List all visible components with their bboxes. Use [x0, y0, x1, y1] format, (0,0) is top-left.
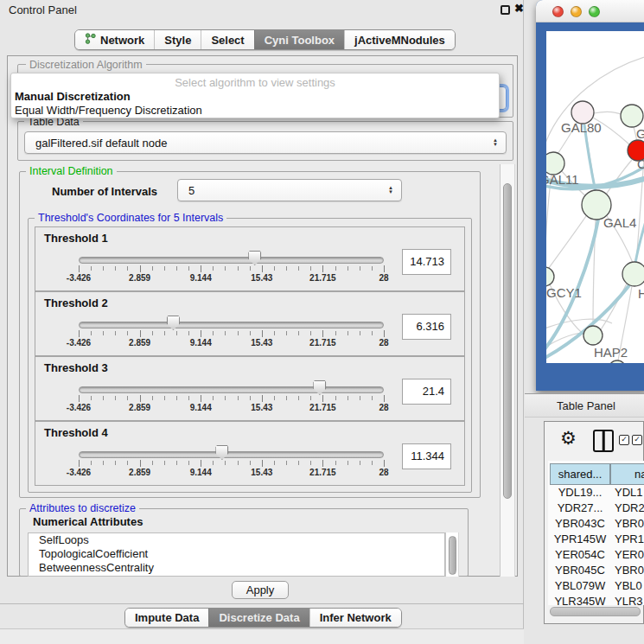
- axis-tick-label: 21.715: [309, 403, 336, 412]
- table-data-combobox[interactable]: galFiltered.sif default node ▲▼: [24, 131, 507, 154]
- attribute-item-betweennesscentrality[interactable]: BetweennessCentrality: [29, 561, 444, 575]
- threshold-value-box[interactable]: 21.4: [402, 379, 451, 405]
- axis-tick: [262, 330, 263, 337]
- table-cell: YDL19...: [550, 485, 610, 501]
- gear-icon[interactable]: ⚙: [560, 428, 577, 449]
- table-panel-titlebar: Table Panel: [525, 393, 644, 418]
- table-cell: YBR045C: [550, 563, 610, 578]
- tab-network[interactable]: Network: [75, 30, 154, 49]
- tab-cyni-toolbox[interactable]: Cyni Toolbox: [254, 30, 344, 49]
- tab-style[interactable]: Style: [154, 30, 201, 49]
- network-node-h[interactable]: [622, 262, 644, 286]
- panel-scrollbar-thumb[interactable]: [503, 183, 512, 499]
- axis-tick: [140, 330, 141, 337]
- network-window-titlebar[interactable]: [536, 0, 644, 22]
- axis-tick: [384, 330, 385, 337]
- network-edge[interactable]: [600, 284, 627, 331]
- panel-scrollbar[interactable]: [500, 164, 515, 577]
- table-row[interactable]: YPR145WYPR1: [550, 532, 644, 547]
- network-edge[interactable]: [546, 216, 586, 271]
- spinner-icon[interactable]: ▲▼: [388, 186, 393, 194]
- table-row[interactable]: YDR27...YDR2: [550, 501, 644, 516]
- checkbox-icon[interactable]: ✓: [632, 435, 642, 445]
- tab-label: jActiveMNodules: [354, 34, 445, 47]
- control-panel-title: Control Panel: [9, 3, 77, 16]
- tab-label: Infer Network: [320, 611, 392, 624]
- axis-tick-label: 28: [379, 468, 388, 477]
- numerical-attributes-list[interactable]: SelfLoopsTopologicalCoefficientBetweenne…: [28, 532, 445, 577]
- algorithm-option-manual-discretization[interactable]: Manual Discretization: [13, 90, 497, 104]
- table-row[interactable]: YBR043CYBR0: [550, 516, 644, 532]
- spinner-icon[interactable]: ▲▼: [493, 138, 498, 147]
- attributes-scrollbar-thumb[interactable]: [449, 536, 456, 575]
- threshold-value-box[interactable]: 6.316: [402, 314, 451, 340]
- table-cell: YBL079W: [550, 578, 610, 594]
- table-cell: YPR145W: [550, 532, 610, 547]
- node-label: GCY1: [546, 285, 582, 300]
- num-intervals-spinner[interactable]: 5 ▲▼: [177, 179, 402, 201]
- slider-track[interactable]: [79, 451, 384, 458]
- tab-discretize-data[interactable]: Discretize Data: [208, 609, 309, 627]
- axis-tick-label: 21.715: [309, 338, 336, 348]
- axis-tick-label: 15.43: [251, 338, 272, 348]
- axis-tick-label: 28: [379, 338, 388, 348]
- network-canvas-svg: GAL80GACGAL11GAL4GCY1HHAP2: [546, 31, 644, 363]
- network-canvas[interactable]: GAL80GACGAL11GAL4GCY1HHAP2: [546, 31, 644, 363]
- slider-minor-ticks: [79, 461, 385, 465]
- axis-tick: [140, 395, 141, 402]
- threshold-label: Threshold 2: [44, 296, 108, 309]
- table-row[interactable]: YBR045CYBR0: [550, 563, 644, 578]
- node-label: H: [638, 286, 644, 301]
- axis-tick-label: 9.144: [190, 338, 212, 348]
- slider-track[interactable]: [79, 322, 384, 328]
- close-icon[interactable]: ✖: [514, 2, 524, 15]
- float-window-icon[interactable]: [501, 5, 510, 15]
- table-cell: YPR1: [610, 532, 644, 547]
- columns-icon[interactable]: [593, 430, 614, 452]
- slider-minor-ticks: [79, 331, 385, 335]
- network-node-ga[interactable]: [621, 105, 643, 127]
- slider-track[interactable]: [79, 386, 384, 393]
- network-node-hap2[interactable]: [583, 326, 603, 345]
- attribute-item-topologicalcoefficient[interactable]: TopologicalCoefficient: [29, 547, 444, 561]
- table-cell: YDL1: [610, 485, 644, 501]
- tab-impute-data[interactable]: Impute Data: [125, 609, 208, 627]
- attributes-scrollbar[interactable]: [445, 532, 459, 577]
- algorithm-option-equal-width-frequency-discretization[interactable]: Equal Width/Frequency Discretization: [13, 104, 497, 118]
- minimize-light-icon[interactable]: [571, 6, 582, 17]
- network-node-gcy1[interactable]: [546, 267, 554, 286]
- network-edge[interactable]: [594, 112, 622, 115]
- table-rows: YDL19...YDL1YDR27...YDR2YBR043CYBR0YPR14…: [550, 485, 644, 615]
- axis-tick-label: 2.859: [129, 338, 150, 348]
- checkbox-icon[interactable]: ✓: [619, 435, 629, 445]
- attribute-item-selfloops[interactable]: SelfLoops: [29, 533, 444, 547]
- column-header[interactable]: na: [610, 463, 644, 485]
- threshold-panel: Threshold 4 -3.4262.8599.14415.4321.7152…: [35, 421, 465, 486]
- column-header[interactable]: shared...: [550, 463, 610, 485]
- table-cell: YBL0: [610, 578, 644, 594]
- tab-infer-network[interactable]: Infer Network: [309, 609, 401, 627]
- table-row[interactable]: YER054CYER0: [550, 547, 644, 563]
- tab-label: Discretize Data: [219, 611, 299, 624]
- zoom-light-icon[interactable]: [589, 6, 600, 17]
- table-row[interactable]: YBL079WYBL0: [550, 578, 644, 594]
- apply-button[interactable]: Apply: [232, 581, 289, 599]
- threshold-value-box[interactable]: 14.713: [402, 249, 451, 275]
- tab-jactivemnodules[interactable]: jActiveMNodules: [344, 30, 455, 49]
- threshold-value-box[interactable]: 11.344: [402, 443, 451, 469]
- table-cell: YER054C: [550, 547, 610, 563]
- top-tab-bar: NetworkStyleSelectCyni ToolboxjActiveMNo…: [74, 29, 456, 50]
- network-icon: [85, 33, 96, 47]
- tab-select[interactable]: Select: [201, 30, 253, 49]
- network-view-window[interactable]: GAL80GACGAL11GAL4GCY1HHAP2: [536, 0, 644, 391]
- slider-minor-ticks: [79, 266, 385, 271]
- axis-tick: [201, 460, 201, 467]
- table-data-value: galFiltered.sif default node: [35, 137, 167, 150]
- axis-tick-label: 21.715: [309, 468, 336, 477]
- slider-track[interactable]: [79, 257, 384, 264]
- close-light-icon[interactable]: [552, 6, 564, 17]
- network-node[interactable]: [609, 360, 626, 363]
- table-row[interactable]: YDL19...YDL1: [550, 485, 644, 501]
- table-horizontal-scrollbar[interactable]: [550, 607, 641, 616]
- axis-tick: [384, 265, 385, 272]
